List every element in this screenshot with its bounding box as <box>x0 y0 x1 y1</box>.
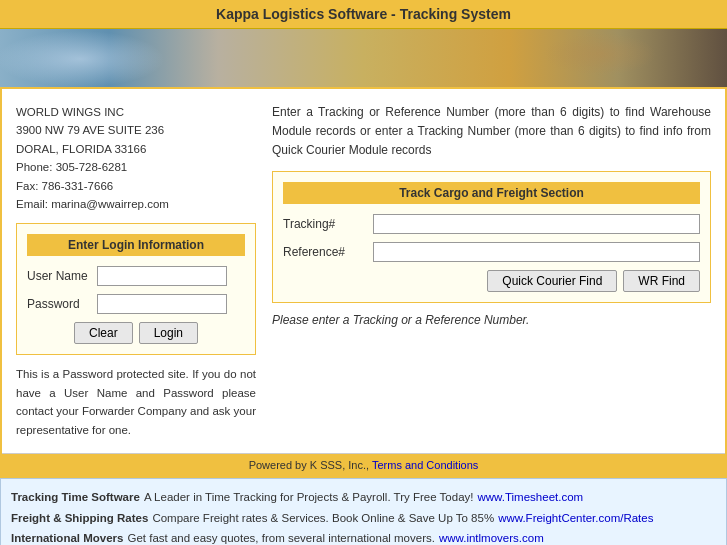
page-title: Kappa Logistics Software - Tracking Syst… <box>0 0 727 29</box>
footer: Powered by K SSS, Inc., Terms and Condit… <box>2 454 725 476</box>
company-address1: 3900 NW 79 AVE SUITE 236 <box>16 121 256 139</box>
password-label: Password <box>27 297 97 311</box>
reference-number-row: Reference# <box>283 242 700 262</box>
ad-brand-1: Tracking Time Software <box>11 487 140 508</box>
password-row: Password <box>27 294 245 314</box>
ad-link-3[interactable]: www.intlmovers.com <box>439 528 544 545</box>
wr-find-button[interactable]: WR Find <box>623 270 700 292</box>
reference-number-input[interactable] <box>373 242 700 262</box>
tracking-status: Please enter a Tracking or a Reference N… <box>272 313 711 327</box>
company-fax: Fax: 786-331-7666 <box>16 177 256 195</box>
content-area: WORLD WINGS INC 3900 NW 79 AVE SUITE 236… <box>2 89 725 453</box>
company-phone: Phone: 305-728-6281 <box>16 158 256 176</box>
username-label: User Name <box>27 269 97 283</box>
username-input[interactable] <box>97 266 227 286</box>
tracking-box-title: Track Cargo and Freight Section <box>283 182 700 204</box>
login-box: Enter Login Information User Name Passwo… <box>16 223 256 355</box>
title-text: Kappa Logistics Software - Tracking Syst… <box>216 6 511 22</box>
powered-by-text: Powered by K SSS, Inc., <box>249 459 372 471</box>
tracking-number-input[interactable] <box>373 214 700 234</box>
username-row: User Name <box>27 266 245 286</box>
right-panel: Enter a Tracking or Reference Number (mo… <box>272 103 711 439</box>
tracking-number-row: Tracking# <box>283 214 700 234</box>
ad-text-2: Compare Freight rates & Services. Book O… <box>152 508 494 529</box>
ad-text-1: A Leader in Time Tracking for Projects &… <box>144 487 474 508</box>
terms-link[interactable]: Terms and Conditions <box>372 459 478 471</box>
login-button[interactable]: Login <box>139 322 198 344</box>
password-notice: This is a Password protected site. If yo… <box>16 365 256 439</box>
main-wrapper: WORLD WINGS INC 3900 NW 79 AVE SUITE 236… <box>0 87 727 478</box>
company-email: Email: marina@wwairrep.com <box>16 195 256 213</box>
ad-brand-3: International Movers <box>11 528 123 545</box>
login-buttons: Clear Login <box>27 322 245 344</box>
ad-text-3: Get fast and easy quotes, from several i… <box>127 528 434 545</box>
tracking-box: Track Cargo and Freight Section Tracking… <box>272 171 711 303</box>
quick-courier-find-button[interactable]: Quick Courier Find <box>487 270 617 292</box>
reference-label: Reference# <box>283 245 373 259</box>
ad-link-2[interactable]: www.FreightCenter.com/Rates <box>498 508 653 529</box>
tracking-buttons: Quick Courier Find WR Find <box>283 270 700 292</box>
clear-button[interactable]: Clear <box>74 322 133 344</box>
login-box-title: Enter Login Information <box>27 234 245 256</box>
tracking-label: Tracking# <box>283 217 373 231</box>
banner-image <box>0 29 727 87</box>
company-name: WORLD WINGS INC <box>16 103 256 121</box>
ad-row-1: Tracking Time Software A Leader in Time … <box>11 487 716 508</box>
ad-link-1[interactable]: www.Timesheet.com <box>477 487 583 508</box>
company-info: WORLD WINGS INC 3900 NW 79 AVE SUITE 236… <box>16 103 256 213</box>
ad-row-3: International Movers Get fast and easy q… <box>11 528 716 545</box>
left-panel: WORLD WINGS INC 3900 NW 79 AVE SUITE 236… <box>16 103 256 439</box>
password-input[interactable] <box>97 294 227 314</box>
ad-brand-2: Freight & Shipping Rates <box>11 508 148 529</box>
ad-row-2: Freight & Shipping Rates Compare Freight… <box>11 508 716 529</box>
ads-bar: Tracking Time Software A Leader in Time … <box>0 478 727 545</box>
tracking-description: Enter a Tracking or Reference Number (mo… <box>272 103 711 161</box>
company-address2: DORAL, FLORIDA 33166 <box>16 140 256 158</box>
